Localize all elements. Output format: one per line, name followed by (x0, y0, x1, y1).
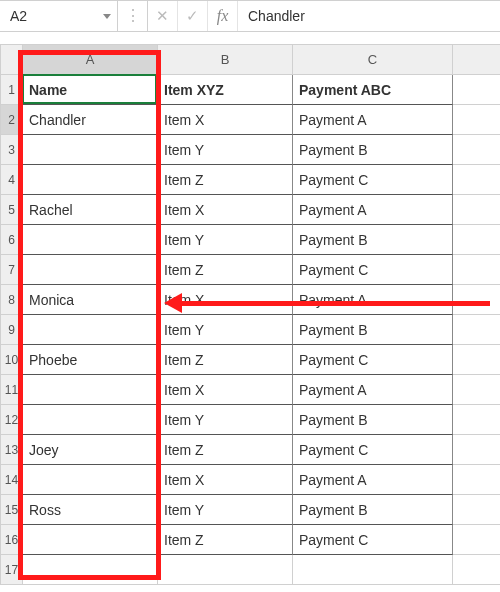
row-header-15[interactable]: 15 (1, 495, 23, 525)
cancel-button[interactable]: ✕ (148, 1, 178, 31)
formula-value: Chandler (248, 8, 305, 24)
select-all-corner[interactable] (1, 45, 23, 75)
cell-D12[interactable] (453, 405, 500, 435)
cell-C7[interactable]: Payment C (293, 255, 453, 285)
cell-D16[interactable] (453, 525, 500, 555)
row-header-11[interactable]: 11 (1, 375, 23, 405)
insert-function-button[interactable]: fx (208, 1, 238, 31)
row-header-6[interactable]: 6 (1, 225, 23, 255)
cell-B7[interactable]: Item Z (158, 255, 293, 285)
cell-B4[interactable]: Item Z (158, 165, 293, 195)
cell-B6[interactable]: Item Y (158, 225, 293, 255)
cell-C16[interactable]: Payment C (293, 525, 453, 555)
cell-D8[interactable] (453, 285, 500, 315)
cell-C13[interactable]: Payment C (293, 435, 453, 465)
col-header-B[interactable]: B (158, 45, 293, 75)
cell-D10[interactable] (453, 345, 500, 375)
row-header-2[interactable]: 2 (1, 105, 23, 135)
cell-A5[interactable]: Rachel (23, 195, 158, 225)
fx-icon: fx (217, 7, 229, 25)
cell-D13[interactable] (453, 435, 500, 465)
cell-A3[interactable] (23, 135, 158, 165)
spreadsheet-grid[interactable]: A B C 1 Name Item XYZ Payment ABC 2 Chan… (0, 44, 500, 585)
col-header-C[interactable]: C (293, 45, 453, 75)
row-header-8[interactable]: 8 (1, 285, 23, 315)
row-header-10[interactable]: 10 (1, 345, 23, 375)
cell-A14[interactable] (23, 465, 158, 495)
cell-B1[interactable]: Item XYZ (158, 75, 293, 105)
cell-D3[interactable] (453, 135, 500, 165)
cell-A16[interactable] (23, 525, 158, 555)
cell-C4[interactable]: Payment C (293, 165, 453, 195)
row-header-1[interactable]: 1 (1, 75, 23, 105)
cell-B8[interactable]: Item X (158, 285, 293, 315)
row-header-7[interactable]: 7 (1, 255, 23, 285)
cell-A8[interactable]: Monica (23, 285, 158, 315)
cell-A13[interactable]: Joey (23, 435, 158, 465)
row-header-12[interactable]: 12 (1, 405, 23, 435)
cell-A17[interactable] (23, 555, 158, 585)
name-box[interactable]: A2 (0, 1, 118, 31)
cell-D1[interactable] (453, 75, 500, 105)
cell-C8[interactable]: Payment A (293, 285, 453, 315)
col-header-A[interactable]: A (23, 45, 158, 75)
cell-A9[interactable] (23, 315, 158, 345)
cell-D7[interactable] (453, 255, 500, 285)
row-header-5[interactable]: 5 (1, 195, 23, 225)
row-header-9[interactable]: 9 (1, 315, 23, 345)
formula-input[interactable]: Chandler (238, 1, 500, 31)
cell-A10[interactable]: Phoebe (23, 345, 158, 375)
cell-B15[interactable]: Item Y (158, 495, 293, 525)
cell-B17[interactable] (158, 555, 293, 585)
expand-button[interactable]: ⋮ (118, 1, 148, 31)
chevron-down-icon[interactable] (103, 14, 111, 19)
cell-B14[interactable]: Item X (158, 465, 293, 495)
cell-D11[interactable] (453, 375, 500, 405)
cell-C3[interactable]: Payment B (293, 135, 453, 165)
cell-C11[interactable]: Payment A (293, 375, 453, 405)
row-header-16[interactable]: 16 (1, 525, 23, 555)
cell-D9[interactable] (453, 315, 500, 345)
cell-C9[interactable]: Payment B (293, 315, 453, 345)
cell-B9[interactable]: Item Y (158, 315, 293, 345)
cell-A1[interactable]: Name (23, 75, 158, 105)
cell-A7[interactable] (23, 255, 158, 285)
row-header-14[interactable]: 14 (1, 465, 23, 495)
cell-A12[interactable] (23, 405, 158, 435)
confirm-button[interactable]: ✓ (178, 1, 208, 31)
cell-B16[interactable]: Item Z (158, 525, 293, 555)
cell-D2[interactable] (453, 105, 500, 135)
col-header-D[interactable] (453, 45, 500, 75)
cell-C14[interactable]: Payment A (293, 465, 453, 495)
cell-B5[interactable]: Item X (158, 195, 293, 225)
cell-D6[interactable] (453, 225, 500, 255)
cell-B2[interactable]: Item X (158, 105, 293, 135)
cell-C12[interactable]: Payment B (293, 405, 453, 435)
cell-C2[interactable]: Payment A (293, 105, 453, 135)
cell-C17[interactable] (293, 555, 453, 585)
cell-C10[interactable]: Payment C (293, 345, 453, 375)
cell-D17[interactable] (453, 555, 500, 585)
cell-B11[interactable]: Item X (158, 375, 293, 405)
cell-C6[interactable]: Payment B (293, 225, 453, 255)
cell-D14[interactable] (453, 465, 500, 495)
cell-D15[interactable] (453, 495, 500, 525)
cell-B12[interactable]: Item Y (158, 405, 293, 435)
cell-D5[interactable] (453, 195, 500, 225)
cell-B3[interactable]: Item Y (158, 135, 293, 165)
cell-C5[interactable]: Payment A (293, 195, 453, 225)
row-header-13[interactable]: 13 (1, 435, 23, 465)
row-header-3[interactable]: 3 (1, 135, 23, 165)
row-header-17[interactable]: 17 (1, 555, 23, 585)
cell-A2[interactable]: Chandler (23, 105, 158, 135)
cell-A6[interactable] (23, 225, 158, 255)
row-header-4[interactable]: 4 (1, 165, 23, 195)
cell-D4[interactable] (453, 165, 500, 195)
cell-C1[interactable]: Payment ABC (293, 75, 453, 105)
cell-A4[interactable] (23, 165, 158, 195)
cell-A11[interactable] (23, 375, 158, 405)
cell-B13[interactable]: Item Z (158, 435, 293, 465)
cell-C15[interactable]: Payment B (293, 495, 453, 525)
cell-B10[interactable]: Item Z (158, 345, 293, 375)
cell-A15[interactable]: Ross (23, 495, 158, 525)
